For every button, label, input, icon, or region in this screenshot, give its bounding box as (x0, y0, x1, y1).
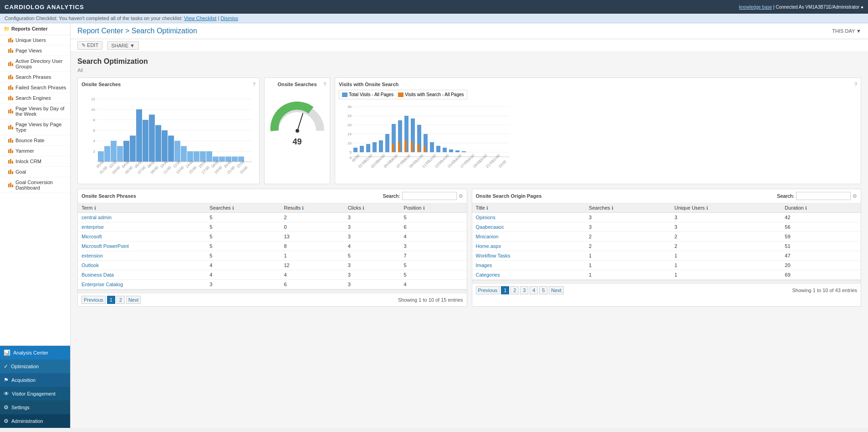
title-link[interactable]: Mnicanion (476, 234, 499, 239)
svg-rect-20 (143, 120, 148, 162)
title-link[interactable]: Workflow Tasks (476, 253, 511, 258)
title-link[interactable]: Home.aspx (476, 243, 501, 249)
visits-panel: Visits with Onsite Search ? Total Visits… (335, 77, 861, 184)
phrase-table-scrollbar[interactable] (78, 289, 467, 293)
sidebar-item-page-views[interactable]: Page Views (0, 46, 70, 56)
unique-users-info-icon[interactable]: ℹ (706, 206, 708, 211)
phrase-next-link[interactable]: Next (126, 296, 141, 304)
clicks-cell: 3 (344, 261, 400, 270)
nav-settings[interactable]: ⚙ Settings (0, 401, 70, 414)
origin-page-5[interactable]: 5 (539, 286, 547, 294)
origin-page-4[interactable]: 4 (530, 286, 538, 294)
title-link[interactable]: Opinions (476, 215, 495, 220)
term-link[interactable]: central admin (82, 215, 112, 220)
title-info-icon[interactable]: ℹ (486, 206, 488, 211)
svg-rect-14 (104, 146, 110, 162)
bar-chart-icon (8, 96, 13, 100)
dismiss-link[interactable]: Dismiss (220, 15, 238, 21)
origin-next-link[interactable]: Next (549, 286, 564, 294)
sidebar-item-failed-search[interactable]: Failed Search Phrases (0, 82, 70, 93)
svg-rect-98 (417, 144, 419, 152)
svg-rect-90 (443, 148, 447, 152)
phrase-page-2[interactable]: 2 (117, 296, 125, 304)
results-info-icon[interactable]: ℹ (302, 206, 304, 211)
origin-prev-link[interactable]: Previous (476, 286, 500, 294)
phrase-settings-icon[interactable]: ⚙ (459, 193, 463, 199)
bar-chart-icon (8, 62, 13, 66)
sidebar-item-unique-users[interactable]: Unique Users (0, 35, 70, 46)
clicks-info-icon[interactable]: ℹ (363, 206, 364, 211)
nav-acquisition[interactable]: ⚑ Acquisition (0, 373, 70, 387)
sidebar-item-page-views-type[interactable]: Page Views by Page Type (0, 119, 70, 135)
origin-page-3[interactable]: 3 (520, 286, 528, 294)
origin-page-2[interactable]: 2 (511, 286, 519, 294)
title-cell: Home.aspx (472, 242, 586, 251)
sidebar-item-goal-conversion[interactable]: Goal Conversion Dashboard (0, 177, 70, 193)
view-checklist-link[interactable]: View Checklist (184, 15, 216, 21)
sidebar-item-goal[interactable]: Goal (0, 167, 70, 177)
sidebar-item-inlock-crm[interactable]: Inlock CRM (0, 156, 70, 167)
sidebar-item-page-views-day[interactable]: Page Views by Day of the Week (0, 103, 70, 119)
nav-visitor-engagement[interactable]: 👁 Visitor Engagement (0, 387, 70, 401)
nav-analysis-center[interactable]: 📊 Analysis Center (0, 346, 70, 360)
sidebar-reports-center[interactable]: 📁 Reports Center (0, 23, 70, 35)
nav-administration[interactable]: ⚙ Administration (0, 414, 70, 428)
term-link[interactable]: extension (82, 253, 103, 258)
term-link[interactable]: Business Data (82, 272, 114, 278)
searches-cell: 1 (585, 251, 671, 261)
origin-settings-icon[interactable]: ⚙ (853, 193, 857, 199)
table-row: Images 1 1 20 (472, 261, 861, 270)
onsite-searches-chart: 12 10 8 6 4 2 (82, 90, 255, 179)
origin-table-header: Onsite Search Origin Pages Search: ⚙ (472, 189, 861, 203)
origin-table-panel: Onsite Search Origin Pages Search: ⚙ Tit… (472, 189, 862, 307)
searches-cell: 4 (206, 270, 280, 280)
onsite-searches-info-icon[interactable]: ? (253, 82, 255, 87)
svg-rect-34 (232, 157, 238, 162)
position-info-icon[interactable]: ℹ (423, 206, 425, 211)
title-link[interactable]: Qaabecaaoc (476, 224, 504, 230)
table-row: Workflow Tasks 1 1 47 (472, 251, 861, 261)
sidebar-item-search-phrases[interactable]: Search Phrases (0, 72, 70, 82)
searches-o-info-icon[interactable]: ℹ (612, 206, 613, 211)
term-link[interactable]: Enterprise Catalog (82, 282, 123, 287)
share-button[interactable]: SHARE ▼ (107, 41, 139, 50)
date-filter[interactable]: THIS DAY ▼ (832, 28, 861, 34)
charts-row: Onsite Searches ? 12 10 8 (77, 77, 861, 184)
phrase-prev-link[interactable]: Previous (82, 296, 106, 304)
duration-info-icon[interactable]: ℹ (805, 206, 807, 211)
svg-rect-16 (117, 146, 123, 162)
nav-optimization[interactable]: ✓ Optimization (0, 360, 70, 373)
edit-button[interactable]: ✎ EDIT (77, 41, 102, 50)
term-link[interactable]: Microsoft (82, 234, 102, 239)
sidebar-item-bounce-rate[interactable]: Bounce Rate (0, 135, 70, 146)
gauge-info-icon[interactable]: ? (323, 82, 326, 87)
term-link[interactable]: enterprise (82, 224, 104, 230)
sidebar-item-search-engines[interactable]: Search Engines (0, 93, 70, 103)
origin-table-title: Onsite Search Origin Pages (476, 193, 542, 199)
duration-cell: 69 (781, 270, 861, 280)
phrase-page-1[interactable]: 1 (107, 296, 115, 304)
visits-info-icon[interactable]: ? (854, 82, 857, 87)
svg-rect-89 (436, 146, 440, 152)
origin-page-1[interactable]: 1 (501, 286, 509, 294)
sidebar-item-active-directory[interactable]: Active Directory User Groups (0, 56, 70, 72)
origin-search-input[interactable] (796, 192, 851, 200)
checkmark-icon: ✓ (4, 363, 8, 370)
origin-table-scrollbar[interactable] (472, 280, 861, 283)
searches-info-icon[interactable]: ℹ (232, 206, 234, 211)
title-link[interactable]: Categories (476, 272, 500, 278)
phrase-search-input[interactable] (402, 192, 457, 200)
title-link[interactable]: Images (476, 262, 492, 268)
sidebar-item-yammer[interactable]: Yammer (0, 146, 70, 156)
breadcrumb: Report Center > Search Optimization (77, 27, 197, 35)
results-cell: 6 (280, 280, 344, 289)
term-link[interactable]: Outlook (82, 262, 99, 268)
term-info-icon[interactable]: ℹ (94, 206, 96, 211)
table-row: Outlook 4 12 3 5 (78, 261, 467, 270)
col-unique-users: Unique Users ℹ (671, 203, 781, 213)
knowledge-base-link[interactable]: knowledge base (739, 5, 772, 10)
bar-chart-icon (8, 138, 13, 143)
breadcrumb-parent[interactable]: Report Center (77, 27, 123, 35)
term-cell: Microsoft PowerPoint (78, 242, 206, 251)
term-link[interactable]: Microsoft PowerPoint (82, 243, 129, 249)
